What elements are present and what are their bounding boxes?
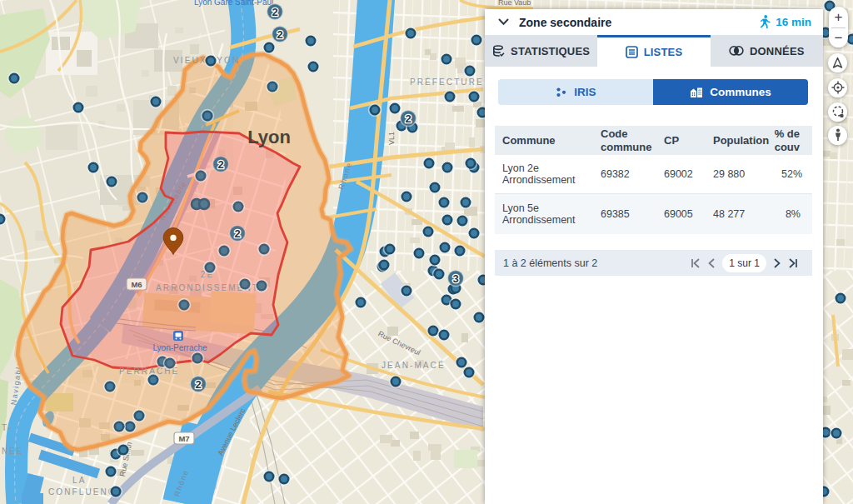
- svg-text:3: 3: [452, 272, 458, 285]
- svg-text:T-: T-: [2, 423, 12, 432]
- svg-text:VL1: VL1: [387, 132, 396, 145]
- svg-text:Lyon Gare Saint-Paul: Lyon Gare Saint-Paul: [194, 0, 273, 7]
- svg-text:2: 2: [195, 378, 201, 391]
- svg-text:LA: LA: [72, 476, 86, 485]
- svg-text:NÉE: NÉE: [2, 446, 24, 456]
- svg-text:2: 2: [234, 227, 240, 240]
- svg-text:2: 2: [272, 6, 277, 18]
- svg-text:2: 2: [405, 112, 411, 125]
- svg-text:PRÉFECTURE: PRÉFECTURE: [410, 77, 484, 87]
- svg-text:M6: M6: [131, 280, 142, 289]
- svg-text:JEAN-MACÉ: JEAN-MACÉ: [382, 360, 446, 370]
- svg-text:Lyon: Lyon: [247, 127, 291, 147]
- svg-text:Rue Vaub: Rue Vaub: [498, 0, 531, 7]
- svg-text:2: 2: [217, 158, 223, 171]
- svg-text:2: 2: [277, 28, 282, 41]
- svg-text:M7: M7: [178, 434, 189, 443]
- svg-text:Lyon-Perrache: Lyon-Perrache: [152, 343, 207, 352]
